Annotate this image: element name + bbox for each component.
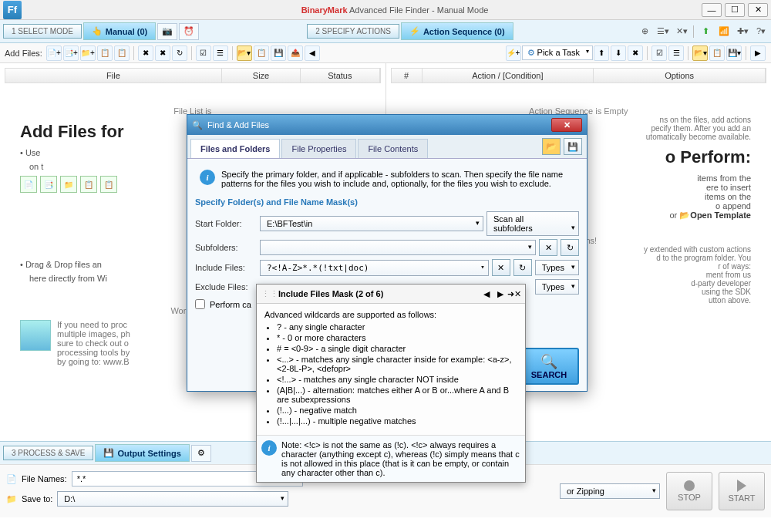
- open-template-icon[interactable]: 📂: [542, 138, 561, 155]
- include-files-input[interactable]: ?<!A-Z>*.*(!txt|doc): [260, 260, 489, 276]
- file-names-label: File Names:: [22, 474, 67, 483]
- copy2-icon[interactable]: 📋: [709, 45, 725, 61]
- include-types-dropdown[interactable]: Types: [535, 260, 579, 275]
- step-3-process-save[interactable]: 3 PROCESS & SAVE: [3, 446, 93, 460]
- add-multi-icon[interactable]: 📑+: [63, 45, 79, 61]
- monitor-tab[interactable]: 📷: [157, 23, 177, 40]
- save2-icon[interactable]: 💾▾: [726, 45, 742, 61]
- close-button[interactable]: ✕: [748, 3, 768, 17]
- refresh-icon[interactable]: ↻: [172, 45, 187, 61]
- clear-include-button[interactable]: ✕: [492, 259, 510, 276]
- list3-icon[interactable]: ☰: [668, 45, 684, 61]
- tooltip-title: Include Files Mask (2 of 6): [278, 289, 480, 298]
- col-status[interactable]: Status: [301, 69, 379, 82]
- stop-icon: [684, 480, 695, 491]
- folder-icon: 📁: [6, 494, 17, 504]
- save-template-icon[interactable]: 💾: [564, 138, 582, 155]
- check-icon[interactable]: ☑: [651, 45, 667, 61]
- search-icon: 🔍: [192, 120, 203, 130]
- play-icon[interactable]: ▶: [750, 45, 766, 61]
- maximize-button[interactable]: ☐: [725, 3, 745, 17]
- case-sensitive-checkbox[interactable]: [195, 299, 205, 309]
- copy-icon[interactable]: 📋: [254, 45, 269, 61]
- add-folder-icon[interactable]: 📁+: [80, 45, 96, 61]
- del-action-icon[interactable]: ✖: [628, 45, 643, 61]
- col-file[interactable]: File: [5, 69, 222, 82]
- add-action-icon[interactable]: ⚡+: [506, 45, 521, 61]
- add-ico-2[interactable]: 📑: [40, 176, 57, 193]
- update-icon[interactable]: ⬆: [699, 25, 712, 39]
- subfolders-label: Subfolders:: [195, 243, 257, 252]
- save-to-label: Save to:: [22, 494, 52, 503]
- col-num[interactable]: #: [392, 69, 423, 82]
- open2-icon[interactable]: 📂▾: [692, 45, 708, 61]
- start-button[interactable]: START: [719, 472, 765, 510]
- doc-icon: 📄: [6, 474, 17, 484]
- down-icon[interactable]: ⬇: [611, 45, 626, 61]
- refresh-include-button[interactable]: ↻: [513, 259, 532, 276]
- list2-icon[interactable]: ☰: [213, 45, 228, 61]
- col-size[interactable]: Size: [222, 69, 301, 82]
- export-icon[interactable]: 📤: [288, 45, 303, 61]
- remove2-icon[interactable]: ✖: [155, 45, 170, 61]
- target-icon[interactable]: ⊕: [638, 25, 651, 39]
- minimize-button[interactable]: —: [702, 3, 722, 17]
- tooltip-prev[interactable]: ◀: [480, 288, 493, 300]
- plus-icon[interactable]: ✚▾: [736, 25, 749, 39]
- step-1-select-mode[interactable]: 1 SELECT MODE: [3, 24, 82, 39]
- grip-icon[interactable]: ⋮⋮: [261, 289, 278, 299]
- output-settings-tab[interactable]: 💾 Output Settings: [95, 444, 190, 462]
- stop-button[interactable]: STOP: [666, 472, 712, 510]
- help-icon[interactable]: ?▾: [754, 25, 768, 39]
- refresh-subfolders-button[interactable]: ↻: [561, 239, 579, 256]
- lightning-icon: ⚡: [409, 26, 420, 36]
- add-ico-1[interactable]: 📄: [20, 176, 37, 193]
- select-icon[interactable]: ☑: [196, 45, 211, 61]
- add-ico-5[interactable]: 📋: [100, 176, 117, 193]
- exclude-files-label: Exclude Files:: [195, 282, 257, 291]
- zipping-dropdown[interactable]: or Zipping: [560, 483, 660, 499]
- start-folder-input[interactable]: E:\BFTest\in: [260, 216, 483, 231]
- tab-files-folders[interactable]: Files and Folders: [190, 139, 280, 158]
- thumbnail-icon: [20, 320, 51, 351]
- col-action[interactable]: Action / [Condition]: [423, 69, 594, 82]
- include-files-label: Include Files:: [195, 263, 257, 272]
- tab-file-contents[interactable]: File Contents: [358, 139, 428, 158]
- col-options[interactable]: Options: [594, 69, 766, 82]
- wifi-icon[interactable]: 📶: [717, 25, 731, 39]
- prev-icon[interactable]: ◀: [305, 45, 320, 61]
- list-icon[interactable]: ☰▾: [656, 25, 670, 39]
- dialog-close-button[interactable]: ✕: [551, 118, 582, 132]
- tools-icon[interactable]: ✕▾: [675, 25, 689, 39]
- dialog-titlebar[interactable]: 🔍 Find & Add Files ✕: [187, 115, 587, 135]
- add-ico-3[interactable]: 📁: [60, 176, 77, 193]
- exclude-types-dropdown[interactable]: Types: [535, 279, 579, 295]
- tooltip-popup: ⋮⋮ Include Files Mask (2 of 6) ◀ ▶ ➜✕ Ad…: [256, 284, 526, 483]
- start-folder-label: Start Folder:: [195, 219, 257, 228]
- settings-gear[interactable]: ⚙: [191, 445, 211, 462]
- tooltip-list: ? - any single character * - 0 or more c…: [277, 322, 517, 426]
- schedule-tab[interactable]: ⏰: [179, 23, 199, 40]
- search-button[interactable]: 🔍 SEARCH: [519, 348, 579, 385]
- paste-icon[interactable]: 📋: [97, 45, 113, 61]
- action-sequence-tab[interactable]: ⚡ Action Sequence (0): [401, 22, 513, 40]
- tooltip-pin[interactable]: ➜✕: [508, 288, 520, 300]
- subfolders-input[interactable]: [260, 240, 536, 255]
- add-file-icon[interactable]: 📄+: [46, 45, 62, 61]
- window-title: BinaryMark Advanced File Finder - Manual…: [22, 5, 768, 15]
- add-ico-4[interactable]: 📋: [80, 176, 97, 193]
- pick-task-dropdown[interactable]: ⚙ Pick a Task: [522, 45, 594, 60]
- save-list-icon[interactable]: 💾: [271, 45, 286, 61]
- paste2-icon[interactable]: 📋: [114, 45, 130, 61]
- remove-icon[interactable]: ✖: [138, 45, 153, 61]
- open-folder-icon[interactable]: 📂▾: [237, 45, 252, 61]
- save-to-dropdown[interactable]: D:\: [57, 491, 288, 507]
- tooltip-intro: Advanced wildcards are supported as foll…: [264, 310, 517, 319]
- manual-tab[interactable]: 👆 Manual (0): [83, 22, 156, 40]
- tooltip-next[interactable]: ▶: [494, 288, 507, 300]
- up-icon[interactable]: ⬆: [594, 45, 609, 61]
- tab-file-properties[interactable]: File Properties: [281, 139, 356, 158]
- scan-subfolders-dropdown[interactable]: Scan all subfolders: [487, 211, 579, 236]
- step-2-specify-actions[interactable]: 2 SPECIFY ACTIONS: [307, 24, 399, 39]
- clear-subfolders-button[interactable]: ✕: [539, 239, 557, 256]
